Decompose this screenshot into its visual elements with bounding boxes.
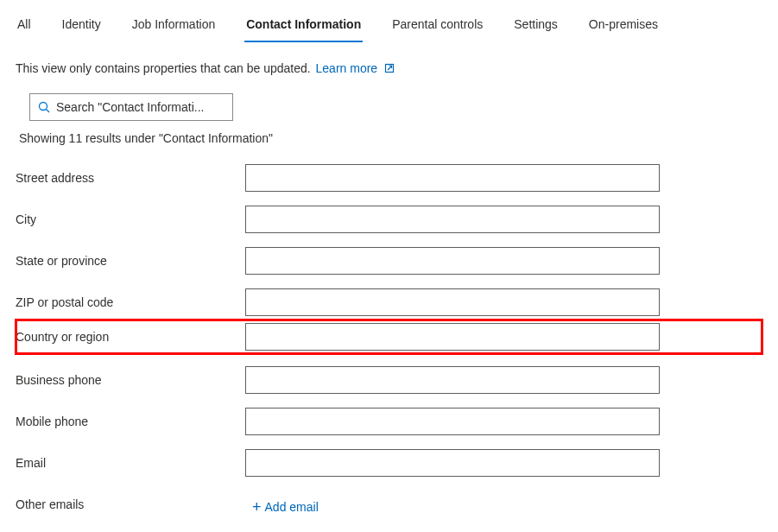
input-business-phone[interactable]: [245, 366, 660, 394]
external-link-icon: [384, 62, 395, 76]
row-zip: ZIP or postal code: [16, 285, 762, 320]
label-country: Country or region: [16, 330, 245, 344]
search-icon: [37, 100, 51, 114]
learn-more-link[interactable]: Learn more: [316, 61, 395, 75]
row-city: City: [16, 202, 762, 237]
input-mobile-phone[interactable]: [245, 408, 660, 435]
input-email[interactable]: [245, 449, 660, 477]
row-email: Email: [16, 446, 762, 480]
tab-job-information[interactable]: Job Information: [130, 9, 218, 41]
row-state: State or province: [16, 244, 762, 278]
label-city: City: [16, 212, 245, 226]
results-count: Showing 11 results under "Contact Inform…: [19, 131, 762, 145]
tab-contact-information[interactable]: Contact Information: [244, 9, 363, 41]
label-zip: ZIP or postal code: [16, 295, 245, 309]
tab-on-premises[interactable]: On-premises: [587, 9, 660, 41]
svg-line-3: [47, 110, 50, 113]
add-email-label: Add email: [265, 500, 319, 514]
tab-bar: All Identity Job Information Contact Inf…: [16, 9, 762, 42]
input-country[interactable]: [245, 323, 660, 351]
svg-line-1: [388, 66, 392, 71]
row-business-phone: Business phone: [16, 363, 762, 397]
learn-more-label: Learn more: [316, 61, 378, 75]
add-email-button[interactable]: + Add email: [252, 499, 319, 515]
input-zip[interactable]: [245, 288, 660, 316]
tab-settings[interactable]: Settings: [512, 9, 560, 41]
info-text: This view only contains properties that …: [16, 61, 311, 75]
label-business-phone: Business phone: [16, 373, 245, 387]
tab-identity[interactable]: Identity: [60, 9, 103, 41]
input-state[interactable]: [245, 247, 660, 275]
info-line: This view only contains properties that …: [16, 61, 762, 76]
row-street-address: Street address: [16, 161, 762, 195]
row-mobile-phone: Mobile phone: [16, 404, 762, 439]
input-city[interactable]: [245, 206, 660, 233]
label-state: State or province: [16, 254, 245, 268]
search-input[interactable]: [56, 100, 225, 114]
row-other-emails: Other emails + Add email: [16, 487, 762, 522]
plus-icon: +: [252, 499, 262, 515]
label-mobile-phone: Mobile phone: [16, 415, 245, 428]
row-country-highlighted: Country or region: [16, 320, 762, 354]
svg-point-2: [40, 103, 47, 111]
input-street-address[interactable]: [245, 164, 660, 192]
tab-all[interactable]: All: [16, 9, 33, 41]
label-other-emails: Other emails: [16, 497, 245, 511]
search-box[interactable]: [29, 93, 233, 121]
label-email: Email: [16, 456, 245, 470]
tab-parental-controls[interactable]: Parental controls: [390, 9, 484, 41]
label-street-address: Street address: [16, 171, 245, 185]
